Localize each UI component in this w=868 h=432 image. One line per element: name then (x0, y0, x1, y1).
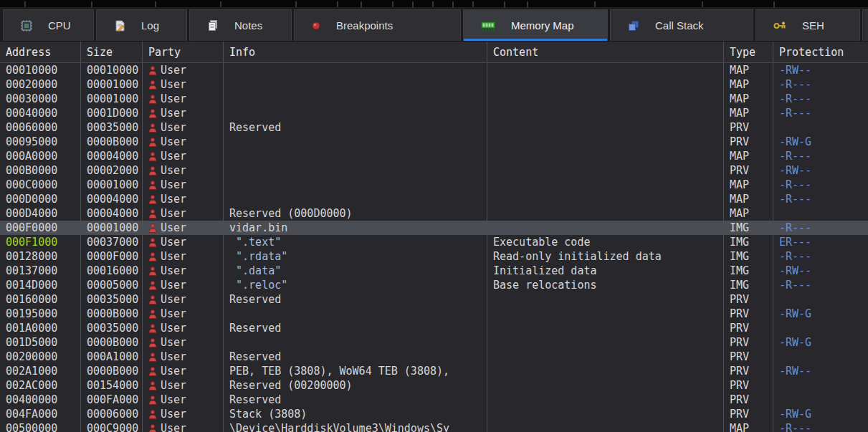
column-header-content[interactable]: Content (487, 42, 724, 62)
cell-address: 0014D000 (0, 278, 81, 292)
toolbar-tick (702, 1, 703, 7)
table-row[interactable]: 001280000000F000 User ".rdata"Read-only … (0, 249, 868, 264)
tab-label: SEH (802, 19, 824, 32)
cell-size: 00004000 (81, 192, 143, 206)
table-row[interactable]: 002A10000000B000 UserPEB, TEB (3808), Wo… (0, 364, 868, 378)
column-header-size[interactable]: Size (81, 42, 143, 62)
table-row[interactable]: 0001000000010000 UserMAP-RW-- (0, 63, 868, 77)
tab-breakpoints[interactable]: Breakpoints (294, 9, 461, 41)
table-row[interactable]: 0006000000035000 UserReservedPRV (0, 120, 868, 135)
cell-address: 000F0000 (0, 221, 81, 235)
table-row[interactable]: 000C000000001000 UserMAP-R--- (0, 178, 868, 192)
table-row[interactable]: 000B000000002000 UserPRV-RW-- (0, 163, 868, 178)
cell-protection: -RW-G (773, 307, 868, 321)
user-icon (148, 352, 157, 362)
tab-log[interactable]: Log (96, 9, 187, 41)
column-header-protection[interactable]: Protection (773, 42, 868, 62)
table-row[interactable]: 0016000000035000 UserReservedPRV (0, 292, 868, 307)
toolbar-tick (432, 1, 434, 7)
tab-memory-map[interactable]: Memory Map (463, 9, 608, 41)
tab-bar: CPU Log (0, 7, 868, 42)
table-row[interactable]: 000F000000001000 Uservidar.binIMG-R--- (0, 221, 868, 235)
cell-party: User (143, 77, 224, 92)
cell-size: 0000B000 (81, 135, 143, 149)
table-row[interactable]: 000400000001D000 UserMAP-R--- (0, 106, 868, 120)
cell-content (487, 407, 724, 421)
cell-party: User (143, 350, 224, 364)
column-header-address[interactable]: Address (0, 42, 81, 62)
table-row[interactable]: 004FA00000006000 UserStack (3808)PRV-RW-… (0, 407, 868, 421)
toolbar-tick (773, 1, 775, 7)
cell-protection: -RW-- (773, 63, 868, 77)
table-row[interactable]: 000D000000004000 UserMAP-R--- (0, 192, 868, 206)
column-header-party[interactable]: Party (143, 42, 224, 62)
table-row[interactable]: 001D50000000B000 UserPRV-RW-G (0, 335, 868, 350)
cell-address: 001A0000 (0, 321, 81, 335)
cell-content (487, 178, 724, 192)
cell-size: 00002000 (81, 163, 143, 178)
table-row[interactable]: 000F100000037000 User ".text"Executable … (0, 235, 868, 249)
cell-size: 00001000 (81, 77, 143, 92)
cell-party: User (143, 106, 224, 120)
user-icon (148, 381, 157, 390)
table-row[interactable]: 00200000000A1000 UserReservedPRV (0, 350, 868, 364)
toolbar-tick (594, 1, 596, 7)
cell-party: User (143, 221, 224, 235)
cell-type: MAP (724, 192, 773, 206)
table-row[interactable]: 002AC00000154000 UserReserved (00200000)… (0, 378, 868, 393)
cell-size: 00035000 (81, 292, 143, 307)
table-row[interactable]: 000D400000004000 UserReserved (000D0000)… (0, 206, 868, 221)
cell-type: IMG (724, 264, 773, 278)
x64dbg-memory-map-view: CPU Log (0, 0, 868, 432)
cell-info: ".rdata" (224, 249, 487, 264)
cell-size: 000A1000 (81, 350, 143, 364)
cell-type: IMG (724, 249, 773, 264)
cell-protection (773, 292, 868, 307)
tab-cpu[interactable]: CPU (3, 9, 94, 41)
cell-content (487, 364, 724, 378)
user-icon (148, 80, 157, 90)
column-header-info[interactable]: Info (224, 42, 487, 62)
table-row[interactable]: 0003000000001000 UserMAP-R--- (0, 92, 868, 106)
tab-label: Notes (234, 19, 262, 32)
toolbar-tick (527, 1, 528, 7)
table-row[interactable]: 001A000000035000 UserReservedPRV (0, 321, 868, 335)
user-icon (148, 238, 157, 247)
cell-content (487, 292, 724, 307)
table-row[interactable]: 001950000000B000 UserPRV-RW-G (0, 307, 868, 321)
table-row[interactable]: 00500000000C9000 User\Device\HarddiskVol… (0, 421, 868, 432)
user-icon (148, 367, 157, 376)
tab-seh[interactable]: SEH (755, 9, 860, 41)
tab-notes[interactable]: Notes (189, 9, 292, 41)
table-row[interactable]: 00400000000FA000 UserReservedPRV (0, 393, 868, 407)
cell-type: PRV (724, 407, 773, 421)
cell-protection: -R--- (773, 249, 868, 264)
cell-info: Reserved (224, 120, 487, 135)
cell-size: 0001D000 (81, 106, 143, 120)
tab-call-stack[interactable]: Call Stack (610, 9, 753, 41)
cell-protection: -RW-- (773, 364, 868, 378)
cell-content (487, 106, 724, 120)
table-row[interactable]: 0013700000016000 User ".data"Initialized… (0, 264, 868, 278)
cpu-icon (21, 20, 32, 32)
cell-info: Reserved (224, 393, 487, 407)
cell-size: 00035000 (81, 321, 143, 335)
cell-protection: -R--- (773, 149, 868, 163)
cell-info (224, 163, 487, 178)
table-row[interactable]: 000950000000B000 UserPRV-RW-G (0, 135, 868, 149)
cell-info (224, 106, 487, 120)
cell-info (224, 307, 487, 321)
cell-info: ".text" (224, 235, 487, 249)
toolbar-tick (472, 1, 474, 7)
user-icon (148, 123, 157, 133)
table-row[interactable]: 0014D00000005000 User ".reloc"Base reloc… (0, 278, 868, 292)
cell-party: User (143, 407, 224, 421)
cell-size: 000FA000 (81, 393, 143, 407)
table-row[interactable]: 0002000000001000 UserMAP-R--- (0, 77, 868, 92)
table-row[interactable]: 000A000000004000 UserMAP-R--- (0, 149, 868, 163)
column-header-type[interactable]: Type (724, 42, 773, 62)
tab-partial[interactable] (862, 9, 868, 41)
toolbar-tick (412, 1, 414, 7)
cell-info (224, 92, 487, 106)
cell-size: 00001000 (81, 92, 143, 106)
